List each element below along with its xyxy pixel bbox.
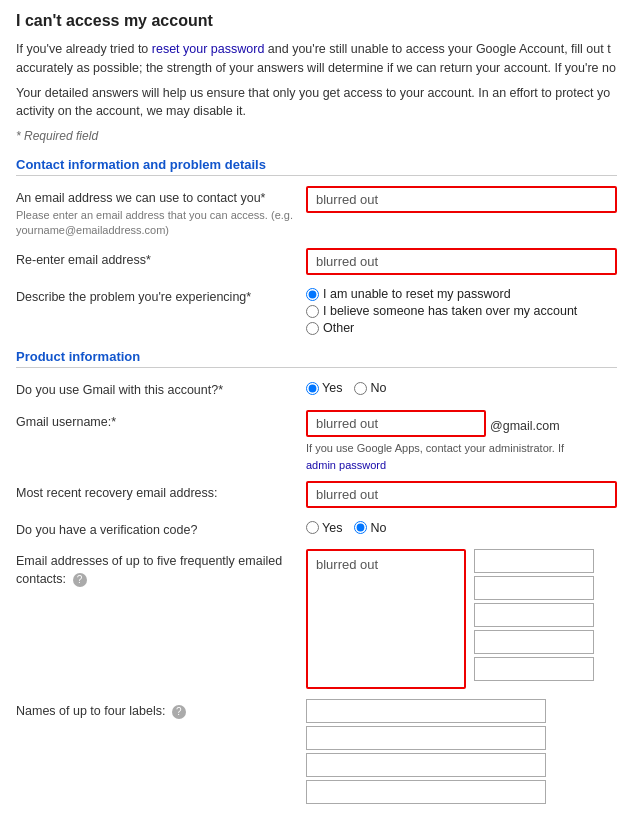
recovery-label: Most recent recovery email address: [16, 481, 306, 503]
gmail-yes-label[interactable]: Yes [306, 381, 342, 395]
contacts-blurred: blurred out [306, 549, 466, 689]
labels-row: Names of up to four labels: ? [16, 699, 617, 804]
verify-yes-label[interactable]: Yes [306, 521, 342, 535]
gmail-no-label[interactable]: No [354, 381, 386, 395]
recovery-row: Most recent recovery email address: blur… [16, 481, 617, 508]
radio-taken-over[interactable]: I believe someone has taken over my acco… [306, 304, 617, 318]
verify-no-radio[interactable] [354, 521, 367, 534]
gmail-row: blurred out @gmail.com [306, 410, 617, 437]
contact-input-3[interactable] [474, 603, 594, 627]
reemail-row: Re-enter email address* blurred out [16, 248, 617, 275]
contact-section-title: Contact information and problem details [16, 157, 617, 176]
contact-input-5[interactable] [474, 657, 594, 681]
intro-paragraph-1: If you've already tried to reset your pa… [16, 40, 617, 78]
gmail-use-label: Do you use Gmail with this account?* [16, 378, 306, 400]
label-input-2[interactable] [306, 726, 546, 750]
labels-label: Names of up to four labels: ? [16, 699, 306, 721]
label-input-1[interactable] [306, 699, 546, 723]
gmail-suffix: @gmail.com [490, 414, 560, 433]
contact-input-2[interactable] [474, 576, 594, 600]
radio-other-input[interactable] [306, 322, 319, 335]
contacts-area: blurred out [306, 549, 617, 689]
username-row: Gmail username:* blurred out @gmail.com … [16, 410, 617, 471]
reemail-label: Re-enter email address* [16, 248, 306, 270]
product-section-title: Product information [16, 349, 617, 368]
gmail-use-radio-group: Yes No [306, 378, 617, 395]
admin-password-link[interactable]: admin password [306, 459, 386, 471]
required-note: * Required field [16, 129, 617, 143]
labels-input-col [306, 699, 617, 804]
verification-label: Do you have a verification code? [16, 518, 306, 540]
email-label: An email address we can use to contact y… [16, 186, 306, 238]
page-title: I can't access my account [16, 12, 617, 30]
intro-paragraph-2: Your detailed answers will help us ensur… [16, 84, 617, 122]
verify-no-label[interactable]: No [354, 521, 386, 535]
email-input-col: blurred out [306, 186, 617, 213]
verify-yes-radio[interactable] [306, 521, 319, 534]
radio-taken-over-input[interactable] [306, 305, 319, 318]
problem-row: Describe the problem you're experiencing… [16, 285, 617, 335]
label-input-3[interactable] [306, 753, 546, 777]
gmail-yes-radio[interactable] [306, 382, 319, 395]
radio-other[interactable]: Other [306, 321, 617, 335]
contacts-inputs-list [474, 549, 594, 689]
problem-input-col: I am unable to reset my password I belie… [306, 285, 617, 335]
reemail-input-col: blurred out [306, 248, 617, 275]
verification-input-col: Yes No [306, 518, 617, 535]
reemail-blurred: blurred out [306, 248, 617, 275]
username-input-col: blurred out @gmail.com If you use Google… [306, 410, 617, 471]
problem-radio-group: I am unable to reset my password I belie… [306, 285, 617, 335]
recovery-input-col: blurred out [306, 481, 617, 508]
username-label: Gmail username:* [16, 410, 306, 432]
verification-row: Do you have a verification code? Yes No [16, 518, 617, 540]
contacts-input-col: blurred out [306, 549, 617, 689]
gmail-note: If you use Google Apps, contact your adm… [306, 442, 617, 454]
label-input-4[interactable] [306, 780, 546, 804]
contacts-row: Email addresses of up to five frequently… [16, 549, 617, 689]
contact-input-1[interactable] [474, 549, 594, 573]
radio-unable-reset[interactable]: I am unable to reset my password [306, 287, 617, 301]
reset-password-link[interactable]: reset your password [152, 42, 265, 56]
verify-radio-group: Yes No [306, 518, 617, 535]
labels-help-icon[interactable]: ? [172, 705, 186, 719]
recovery-blurred: blurred out [306, 481, 617, 508]
email-row: An email address we can use to contact y… [16, 186, 617, 238]
gmail-no-radio[interactable] [354, 382, 367, 395]
problem-label: Describe the problem you're experiencing… [16, 285, 306, 307]
contacts-label: Email addresses of up to five frequently… [16, 549, 306, 588]
gmail-use-input-col: Yes No [306, 378, 617, 395]
admin-link-row: admin password [306, 459, 617, 471]
email-blurred: blurred out [306, 186, 617, 213]
product-section: Product information Do you use Gmail wit… [16, 349, 617, 804]
gmail-use-row: Do you use Gmail with this account?* Yes… [16, 378, 617, 400]
contact-input-4[interactable] [474, 630, 594, 654]
email-hint: Please enter an email address that you c… [16, 208, 306, 239]
username-blurred: blurred out [306, 410, 486, 437]
contact-section: Contact information and problem details … [16, 157, 617, 335]
radio-unable-reset-input[interactable] [306, 288, 319, 301]
contacts-help-icon[interactable]: ? [73, 573, 87, 587]
